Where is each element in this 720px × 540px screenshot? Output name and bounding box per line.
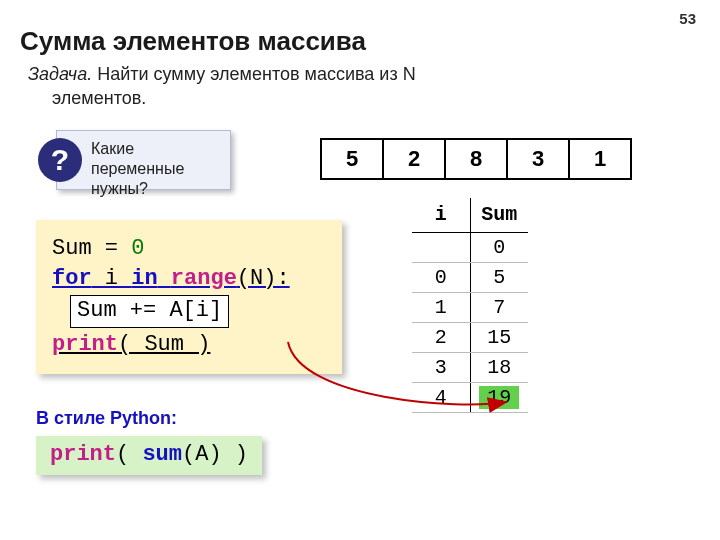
page-number: 53 [679,10,696,27]
question-mark-icon: ? [38,138,82,182]
code-line-3: Sum += A[i] [52,293,326,330]
array-row: 5 2 8 3 1 [320,138,632,180]
trace-row: 215 [412,322,528,352]
code-line-2: for i in range(N): [52,264,326,294]
code-line-1: Sum = 0 [52,234,326,264]
trace-row: 05 [412,262,528,292]
array-cell: 1 [568,138,632,180]
array-cell: 3 [506,138,570,180]
question-callout: Какие переменные нужны? [56,130,231,190]
question-line1: Какие переменные [91,140,184,177]
code-block: Sum = 0 for i in range(N): Sum += A[i] p… [36,220,342,374]
trace-row: 17 [412,292,528,322]
trace-row: 419 [412,382,528,412]
task-label: Задача. [28,64,92,84]
task-line2: элементов. [52,88,146,108]
array-cell: 8 [444,138,508,180]
trace-head-i: i [412,198,470,232]
code-line-4: print( Sum ) [52,330,326,360]
array-cell: 2 [382,138,446,180]
question-line2: нужны? [91,180,148,197]
trace-head-sum: Sum [470,198,528,232]
python-style-label: В стиле Python: [36,408,177,429]
trace-row: 318 [412,352,528,382]
trace-row: 0 [412,232,528,262]
code-highlight: Sum += A[i] [70,295,229,328]
python-code-block: print( sum(A) ) [36,436,262,475]
array-cell: 5 [320,138,384,180]
trace-table: i Sum 0 05 17 215 318 419 [412,198,528,413]
task-text: Задача. Найти сумму элементов массива из… [28,62,498,111]
slide-title: Сумма элементов массива [20,26,366,57]
final-sum-highlight: 19 [479,386,519,409]
task-line1: Найти сумму элементов массива из N [92,64,415,84]
